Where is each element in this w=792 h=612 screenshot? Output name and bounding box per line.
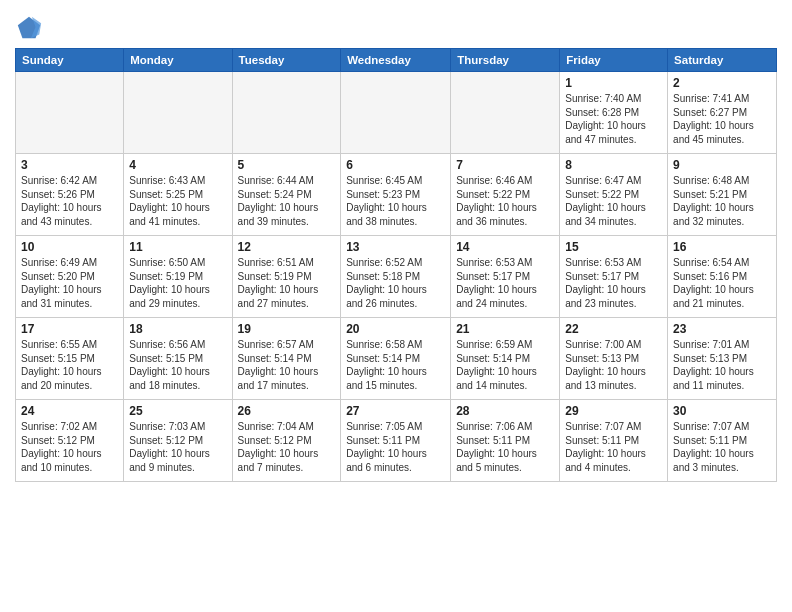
day-number: 1 <box>565 75 662 91</box>
weekday-header-wednesday: Wednesday <box>341 49 451 72</box>
day-number: 28 <box>456 403 554 419</box>
calendar-cell <box>451 72 560 154</box>
day-number: 3 <box>21 157 118 173</box>
weekday-header-friday: Friday <box>560 49 668 72</box>
day-number: 17 <box>21 321 118 337</box>
day-number: 5 <box>238 157 336 173</box>
day-number: 18 <box>129 321 226 337</box>
calendar-cell: 29Sunrise: 7:07 AM Sunset: 5:11 PM Dayli… <box>560 400 668 482</box>
day-info: Sunrise: 6:55 AM Sunset: 5:15 PM Dayligh… <box>21 338 118 392</box>
day-number: 2 <box>673 75 771 91</box>
day-info: Sunrise: 6:57 AM Sunset: 5:14 PM Dayligh… <box>238 338 336 392</box>
day-number: 7 <box>456 157 554 173</box>
calendar-cell <box>124 72 232 154</box>
calendar-cell <box>16 72 124 154</box>
day-info: Sunrise: 6:46 AM Sunset: 5:22 PM Dayligh… <box>456 174 554 228</box>
calendar-week-row: 1Sunrise: 7:40 AM Sunset: 6:28 PM Daylig… <box>16 72 777 154</box>
calendar-cell: 2Sunrise: 7:41 AM Sunset: 6:27 PM Daylig… <box>668 72 777 154</box>
day-number: 25 <box>129 403 226 419</box>
calendar-week-row: 24Sunrise: 7:02 AM Sunset: 5:12 PM Dayli… <box>16 400 777 482</box>
day-number: 4 <box>129 157 226 173</box>
day-number: 22 <box>565 321 662 337</box>
calendar-cell: 7Sunrise: 6:46 AM Sunset: 5:22 PM Daylig… <box>451 154 560 236</box>
calendar-cell: 25Sunrise: 7:03 AM Sunset: 5:12 PM Dayli… <box>124 400 232 482</box>
day-number: 24 <box>21 403 118 419</box>
day-info: Sunrise: 6:58 AM Sunset: 5:14 PM Dayligh… <box>346 338 445 392</box>
calendar-cell: 16Sunrise: 6:54 AM Sunset: 5:16 PM Dayli… <box>668 236 777 318</box>
day-info: Sunrise: 6:54 AM Sunset: 5:16 PM Dayligh… <box>673 256 771 310</box>
header <box>15 10 777 42</box>
day-number: 26 <box>238 403 336 419</box>
calendar-cell: 5Sunrise: 6:44 AM Sunset: 5:24 PM Daylig… <box>232 154 341 236</box>
calendar-cell <box>232 72 341 154</box>
day-info: Sunrise: 6:56 AM Sunset: 5:15 PM Dayligh… <box>129 338 226 392</box>
day-info: Sunrise: 6:53 AM Sunset: 5:17 PM Dayligh… <box>456 256 554 310</box>
calendar-cell: 28Sunrise: 7:06 AM Sunset: 5:11 PM Dayli… <box>451 400 560 482</box>
calendar-cell: 17Sunrise: 6:55 AM Sunset: 5:15 PM Dayli… <box>16 318 124 400</box>
day-info: Sunrise: 7:07 AM Sunset: 5:11 PM Dayligh… <box>673 420 771 474</box>
weekday-header-monday: Monday <box>124 49 232 72</box>
calendar-cell: 23Sunrise: 7:01 AM Sunset: 5:13 PM Dayli… <box>668 318 777 400</box>
calendar-cell: 27Sunrise: 7:05 AM Sunset: 5:11 PM Dayli… <box>341 400 451 482</box>
calendar-cell: 11Sunrise: 6:50 AM Sunset: 5:19 PM Dayli… <box>124 236 232 318</box>
calendar-week-row: 3Sunrise: 6:42 AM Sunset: 5:26 PM Daylig… <box>16 154 777 236</box>
weekday-header-sunday: Sunday <box>16 49 124 72</box>
day-info: Sunrise: 7:06 AM Sunset: 5:11 PM Dayligh… <box>456 420 554 474</box>
calendar-cell: 6Sunrise: 6:45 AM Sunset: 5:23 PM Daylig… <box>341 154 451 236</box>
calendar-cell: 30Sunrise: 7:07 AM Sunset: 5:11 PM Dayli… <box>668 400 777 482</box>
day-number: 20 <box>346 321 445 337</box>
day-info: Sunrise: 7:40 AM Sunset: 6:28 PM Dayligh… <box>565 92 662 146</box>
day-number: 10 <box>21 239 118 255</box>
calendar-cell: 13Sunrise: 6:52 AM Sunset: 5:18 PM Dayli… <box>341 236 451 318</box>
day-number: 6 <box>346 157 445 173</box>
weekday-header-row: SundayMondayTuesdayWednesdayThursdayFrid… <box>16 49 777 72</box>
weekday-header-tuesday: Tuesday <box>232 49 341 72</box>
day-info: Sunrise: 6:47 AM Sunset: 5:22 PM Dayligh… <box>565 174 662 228</box>
weekday-header-thursday: Thursday <box>451 49 560 72</box>
day-info: Sunrise: 7:07 AM Sunset: 5:11 PM Dayligh… <box>565 420 662 474</box>
day-info: Sunrise: 6:59 AM Sunset: 5:14 PM Dayligh… <box>456 338 554 392</box>
day-info: Sunrise: 6:45 AM Sunset: 5:23 PM Dayligh… <box>346 174 445 228</box>
day-number: 15 <box>565 239 662 255</box>
day-number: 16 <box>673 239 771 255</box>
day-number: 29 <box>565 403 662 419</box>
calendar-cell: 9Sunrise: 6:48 AM Sunset: 5:21 PM Daylig… <box>668 154 777 236</box>
day-number: 30 <box>673 403 771 419</box>
calendar-cell: 18Sunrise: 6:56 AM Sunset: 5:15 PM Dayli… <box>124 318 232 400</box>
calendar-cell: 10Sunrise: 6:49 AM Sunset: 5:20 PM Dayli… <box>16 236 124 318</box>
day-info: Sunrise: 7:01 AM Sunset: 5:13 PM Dayligh… <box>673 338 771 392</box>
calendar-week-row: 10Sunrise: 6:49 AM Sunset: 5:20 PM Dayli… <box>16 236 777 318</box>
calendar-cell: 4Sunrise: 6:43 AM Sunset: 5:25 PM Daylig… <box>124 154 232 236</box>
day-info: Sunrise: 6:48 AM Sunset: 5:21 PM Dayligh… <box>673 174 771 228</box>
calendar-table: SundayMondayTuesdayWednesdayThursdayFrid… <box>15 48 777 482</box>
day-info: Sunrise: 6:52 AM Sunset: 5:18 PM Dayligh… <box>346 256 445 310</box>
day-info: Sunrise: 6:53 AM Sunset: 5:17 PM Dayligh… <box>565 256 662 310</box>
day-info: Sunrise: 6:42 AM Sunset: 5:26 PM Dayligh… <box>21 174 118 228</box>
calendar-cell: 12Sunrise: 6:51 AM Sunset: 5:19 PM Dayli… <box>232 236 341 318</box>
day-number: 8 <box>565 157 662 173</box>
day-number: 19 <box>238 321 336 337</box>
day-number: 27 <box>346 403 445 419</box>
day-info: Sunrise: 7:04 AM Sunset: 5:12 PM Dayligh… <box>238 420 336 474</box>
calendar-cell: 20Sunrise: 6:58 AM Sunset: 5:14 PM Dayli… <box>341 318 451 400</box>
day-info: Sunrise: 6:44 AM Sunset: 5:24 PM Dayligh… <box>238 174 336 228</box>
day-info: Sunrise: 7:05 AM Sunset: 5:11 PM Dayligh… <box>346 420 445 474</box>
day-info: Sunrise: 6:50 AM Sunset: 5:19 PM Dayligh… <box>129 256 226 310</box>
day-number: 23 <box>673 321 771 337</box>
calendar-week-row: 17Sunrise: 6:55 AM Sunset: 5:15 PM Dayli… <box>16 318 777 400</box>
calendar-cell: 26Sunrise: 7:04 AM Sunset: 5:12 PM Dayli… <box>232 400 341 482</box>
day-info: Sunrise: 7:03 AM Sunset: 5:12 PM Dayligh… <box>129 420 226 474</box>
day-number: 12 <box>238 239 336 255</box>
logo-icon <box>15 14 43 42</box>
weekday-header-saturday: Saturday <box>668 49 777 72</box>
calendar-cell: 3Sunrise: 6:42 AM Sunset: 5:26 PM Daylig… <box>16 154 124 236</box>
calendar-cell: 14Sunrise: 6:53 AM Sunset: 5:17 PM Dayli… <box>451 236 560 318</box>
day-info: Sunrise: 7:00 AM Sunset: 5:13 PM Dayligh… <box>565 338 662 392</box>
day-number: 14 <box>456 239 554 255</box>
day-info: Sunrise: 6:43 AM Sunset: 5:25 PM Dayligh… <box>129 174 226 228</box>
calendar-cell: 22Sunrise: 7:00 AM Sunset: 5:13 PM Dayli… <box>560 318 668 400</box>
day-number: 11 <box>129 239 226 255</box>
day-number: 13 <box>346 239 445 255</box>
day-info: Sunrise: 7:02 AM Sunset: 5:12 PM Dayligh… <box>21 420 118 474</box>
calendar-cell: 15Sunrise: 6:53 AM Sunset: 5:17 PM Dayli… <box>560 236 668 318</box>
